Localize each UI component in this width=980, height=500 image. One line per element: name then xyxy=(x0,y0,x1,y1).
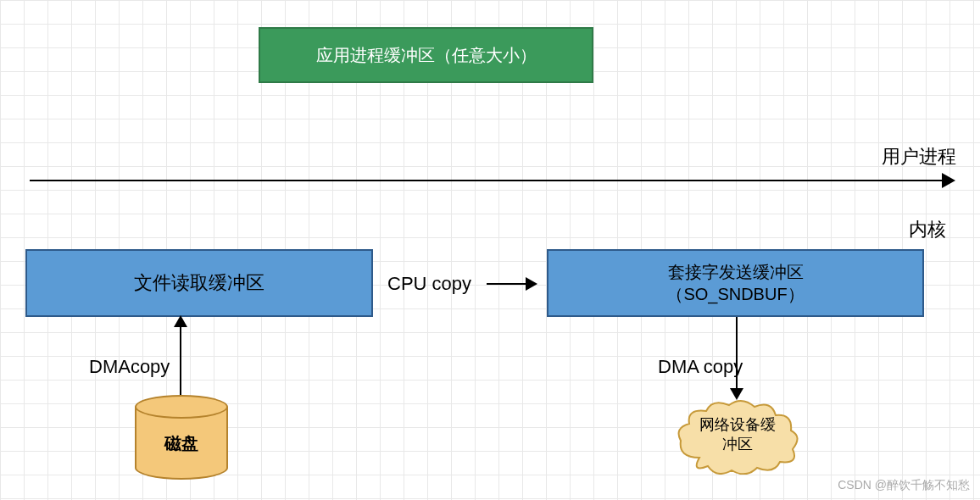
app-buffer-label: 应用进程缓冲区（任意大小） xyxy=(316,44,537,67)
socket-send-buffer-label-1: 套接字发送缓冲区 xyxy=(668,261,804,283)
user-kernel-divider-arrow xyxy=(30,180,954,181)
app-buffer-box: 应用进程缓冲区（任意大小） xyxy=(259,27,593,83)
cloud-label-line1: 网络设备缓 xyxy=(699,416,776,433)
user-process-label: 用户进程 xyxy=(882,144,956,169)
dma-copy-right-label: DMA copy xyxy=(658,356,743,378)
file-read-buffer-box: 文件读取缓冲区 xyxy=(25,249,373,317)
disk-shape: 磁盘 xyxy=(135,395,228,480)
cloud-label: 网络设备缓 冲区 xyxy=(674,415,801,455)
socket-send-buffer-label-2: （SO_SNDBUF） xyxy=(666,283,804,305)
file-read-buffer-label: 文件读取缓冲区 xyxy=(134,270,264,296)
disk-label: 磁盘 xyxy=(135,432,228,455)
socket-send-buffer-box: 套接字发送缓冲区 （SO_SNDBUF） xyxy=(547,249,924,317)
dma-copy-left-arrow xyxy=(180,317,181,395)
dma-copy-left-label: DMAcopy xyxy=(89,356,170,378)
kernel-label: 内核 xyxy=(909,217,946,242)
cloud-label-line2: 冲区 xyxy=(722,436,753,453)
watermark: CSDN @醉饮千觞不知愁 xyxy=(838,478,970,493)
cpu-copy-label: CPU copy xyxy=(387,273,471,295)
network-device-cloud: 网络设备缓 冲区 xyxy=(674,398,801,475)
cpu-copy-arrow xyxy=(487,283,536,285)
disk-top-ellipse xyxy=(135,395,228,419)
